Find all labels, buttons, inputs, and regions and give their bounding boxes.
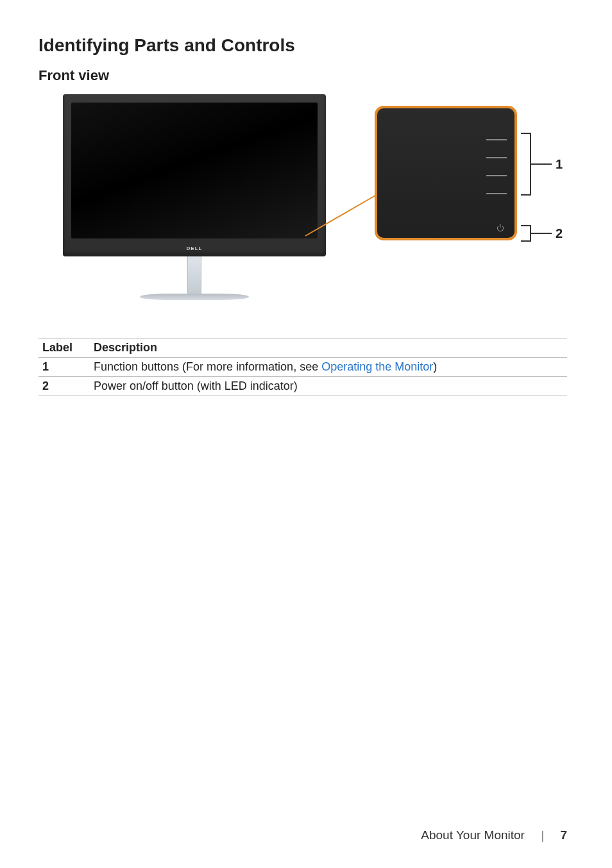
footer-separator: | (541, 828, 544, 842)
footer-chapter: About Your Monitor (421, 828, 525, 842)
function-button-mark (486, 139, 507, 140)
function-button-mark (486, 175, 507, 176)
monitor-detail-panel (375, 106, 517, 240)
front-view-figure: DELL 1 2 (63, 94, 567, 319)
desc-text: Function buttons (For more information, … (94, 360, 321, 373)
desc-text: ) (433, 360, 437, 373)
callout-stem-2 (531, 233, 552, 234)
callout-stem-1 (531, 163, 552, 165)
callout-bracket-1 (522, 133, 531, 196)
table-row: 1 Function buttons (For more information… (38, 358, 567, 377)
callout-label-1: 1 (556, 157, 563, 172)
table-cell-description: Function buttons (For more information, … (90, 358, 567, 377)
callout-label-2: 2 (556, 226, 563, 241)
monitor-brand-label: DELL (63, 246, 326, 251)
monitor-neck (187, 256, 201, 295)
table-header-label: Label (38, 338, 90, 358)
monitor-base (140, 294, 249, 300)
monitor-screen (71, 103, 318, 238)
parts-table: Label Description 1 Function buttons (Fo… (38, 338, 567, 396)
cross-reference-link[interactable]: Operating the Monitor (321, 360, 433, 373)
subsection-heading: Front view (38, 67, 567, 84)
table-header-description: Description (90, 338, 567, 358)
table-row: 2 Power on/off button (with LED indicato… (38, 377, 567, 396)
table-cell-label: 1 (38, 358, 90, 377)
power-icon (497, 225, 504, 231)
section-heading: Identifying Parts and Controls (38, 35, 567, 56)
footer-page-number: 7 (560, 828, 567, 842)
page-footer: About Your Monitor | 7 (38, 828, 567, 842)
table-cell-label: 2 (38, 377, 90, 396)
monitor-graphic: DELL (63, 94, 326, 300)
table-cell-description: Power on/off button (with LED indicator) (90, 377, 567, 396)
function-button-mark (486, 157, 507, 158)
function-button-mark (486, 193, 507, 194)
callout-bracket-2 (522, 225, 531, 242)
